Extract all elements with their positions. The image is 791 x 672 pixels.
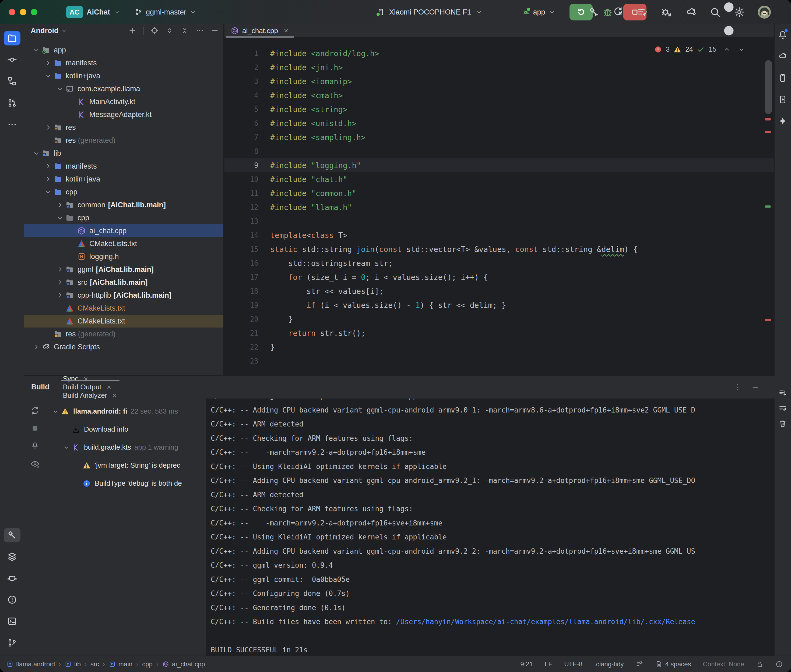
chevron-right-icon[interactable] bbox=[55, 266, 65, 274]
project-tree-item[interactable]: res bbox=[24, 121, 223, 134]
code-line[interactable]: 12#include "llama.h" bbox=[225, 200, 775, 214]
more-icon[interactable] bbox=[196, 26, 204, 35]
build-console[interactable]: C/C++: -- Using KleidiAI optimized kerne… bbox=[206, 398, 775, 656]
status-widget-9-21[interactable]: 9:21 bbox=[520, 661, 533, 668]
project-tree-item[interactable]: src[AiChat.lib.main] bbox=[24, 276, 223, 289]
project-tree-item[interactable]: common[AiChat.lib.main] bbox=[24, 198, 223, 211]
project-tree-item[interactable]: com.example.llama bbox=[24, 82, 223, 95]
project-tree-item[interactable]: kotlin+java bbox=[24, 69, 223, 82]
locate-icon[interactable] bbox=[150, 26, 159, 35]
code-line[interactable]: 18 str << values[i]; bbox=[225, 284, 775, 298]
status-widget-context-none[interactable]: Context: None bbox=[703, 661, 744, 668]
project-tree-item[interactable]: MessageAdapter.kt bbox=[24, 108, 223, 121]
apply-code-changes-icon[interactable] bbox=[637, 6, 648, 18]
chevron-right-icon[interactable] bbox=[55, 278, 65, 286]
build-tree-item[interactable]: build.gradle.ktsapp 1 warning bbox=[46, 438, 206, 456]
code-line[interactable]: 22} bbox=[225, 340, 775, 354]
status-widget-utf-8[interactable]: UTF-8 bbox=[564, 661, 582, 668]
status-widget-4-spaces[interactable]: 4 spaces bbox=[655, 661, 691, 668]
project-tree-item[interactable]: manifests bbox=[24, 160, 223, 173]
run-config-selector[interactable]: app bbox=[522, 8, 555, 16]
change-stripe-mark[interactable] bbox=[765, 205, 771, 208]
code-line[interactable]: 8 bbox=[225, 144, 775, 158]
code-line[interactable]: 5#include <string> bbox=[225, 102, 775, 117]
breadcrumb[interactable]: src bbox=[90, 661, 99, 668]
running-devices-button[interactable] bbox=[775, 89, 791, 110]
chevron-down-icon[interactable] bbox=[50, 408, 61, 415]
code-line[interactable]: 7#include <sampling.h> bbox=[225, 130, 775, 144]
tool-window-button-pull-requests[interactable] bbox=[0, 92, 24, 114]
gradle-button[interactable] bbox=[775, 46, 791, 67]
plus-icon[interactable] bbox=[128, 26, 137, 35]
code-line[interactable]: 20 } bbox=[225, 312, 775, 326]
sync-icon[interactable] bbox=[30, 406, 40, 415]
tool-window-button-commit[interactable] bbox=[0, 49, 24, 70]
chevron-down-icon[interactable] bbox=[61, 27, 67, 34]
clear-all-button[interactable] bbox=[775, 416, 791, 431]
code-line[interactable]: 21 return str.str(); bbox=[225, 326, 775, 340]
build-tree-item[interactable]: Download info bbox=[46, 420, 206, 438]
error-stripe-mark[interactable] bbox=[765, 131, 771, 133]
project-tree-item[interactable]: cpp-httplib[AiChat.lib.main] bbox=[24, 289, 223, 302]
project-tree-item[interactable]: Gradle Scripts bbox=[24, 341, 223, 354]
tool-window-button-project[interactable] bbox=[0, 27, 24, 49]
project-tree-item[interactable]: logging.h bbox=[24, 250, 223, 263]
notifications-button[interactable] bbox=[775, 24, 791, 46]
inspections-widget[interactable]: 3 24 15 bbox=[654, 45, 746, 53]
next-issue-icon[interactable] bbox=[738, 45, 746, 53]
device-selector[interactable]: Xiaomi POCOPHONE F1 bbox=[389, 8, 471, 16]
chevron-right-icon[interactable] bbox=[43, 162, 53, 170]
attach-debugger-icon[interactable] bbox=[661, 6, 672, 18]
breadcrumb[interactable]: ai_chat.cpp bbox=[162, 661, 205, 668]
project-tree-item[interactable]: CMakeLists.txt bbox=[24, 237, 223, 250]
status-widget-lf[interactable]: LF bbox=[545, 661, 552, 668]
build-tab-build-output[interactable]: Build Output bbox=[61, 383, 120, 391]
chevron-down-icon[interactable] bbox=[31, 46, 42, 54]
tool-window-button-logcat[interactable] bbox=[0, 567, 24, 589]
chevron-right-icon[interactable] bbox=[43, 175, 53, 183]
code-line[interactable]: 3#include <iomanip> bbox=[225, 75, 775, 88]
chevron-down-icon[interactable] bbox=[55, 214, 65, 222]
pin-icon[interactable] bbox=[30, 442, 40, 451]
code-line[interactable]: 16 std::ostringstream str; bbox=[225, 256, 775, 270]
code-line[interactable]: 17 for (size_t i = 0; i < values.size();… bbox=[225, 270, 775, 284]
build-hammer-icon[interactable] bbox=[588, 6, 600, 18]
tool-window-button-build[interactable] bbox=[0, 524, 24, 546]
status-widget-error-outline[interactable] bbox=[775, 661, 783, 668]
project-tree-item[interactable]: res(generated) bbox=[24, 134, 223, 147]
assistant-button[interactable] bbox=[775, 110, 791, 132]
code-line[interactable]: 4#include <cmath> bbox=[225, 88, 775, 102]
code-line[interactable]: 11#include "common.h" bbox=[225, 186, 775, 200]
chevron-right-icon[interactable] bbox=[31, 343, 42, 351]
breadcrumb[interactable]: main bbox=[109, 661, 132, 668]
project-tree-item[interactable]: manifests bbox=[24, 56, 223, 69]
breadcrumb[interactable]: llama.android bbox=[6, 661, 55, 668]
project-tree-item[interactable]: lib bbox=[24, 147, 223, 160]
code-line[interactable]: 15static std::string join(const std::vec… bbox=[225, 242, 775, 256]
project-tree-item[interactable]: app bbox=[24, 43, 223, 56]
chevron-down-icon[interactable] bbox=[43, 72, 53, 80]
project-tree-item[interactable]: kotlin+java bbox=[24, 173, 223, 186]
build-tree-item[interactable]: llama.android: fi22 sec, 583 ms bbox=[46, 402, 206, 420]
chevron-down-icon[interactable] bbox=[31, 149, 42, 157]
error-stripe-mark[interactable] bbox=[765, 319, 771, 321]
status-widget-lock-open[interactable] bbox=[756, 661, 764, 668]
status-widget--clang-tidy[interactable]: .clang-tidy bbox=[594, 661, 624, 668]
stop-gray-icon[interactable] bbox=[30, 424, 40, 433]
project-tree-item[interactable]: CMakeLists.txt bbox=[24, 302, 223, 315]
soft-wrap-button[interactable] bbox=[775, 401, 791, 416]
minimize-window-button[interactable] bbox=[20, 9, 26, 15]
chevron-right-icon[interactable] bbox=[43, 123, 53, 131]
zoom-window-button[interactable] bbox=[31, 9, 37, 15]
code-line[interactable]: 6#include <unistd.h> bbox=[225, 117, 775, 130]
build-tree-item[interactable]: 'jvmTarget: String' is deprec bbox=[46, 456, 206, 474]
code-line[interactable]: 10#include "chat.h" bbox=[225, 172, 775, 186]
chevron-down-icon[interactable] bbox=[476, 9, 483, 16]
tool-window-button-version-control[interactable] bbox=[0, 632, 24, 653]
code-line[interactable]: 2#include <jni.h> bbox=[225, 61, 775, 75]
close-window-button[interactable] bbox=[9, 9, 15, 15]
chevron-down-icon[interactable] bbox=[61, 444, 72, 451]
project-tree-item[interactable]: ggml[AiChat.lib.main] bbox=[24, 263, 223, 276]
editor-scrollbar[interactable] bbox=[765, 60, 772, 114]
project-view-selector[interactable]: Android bbox=[30, 27, 58, 35]
